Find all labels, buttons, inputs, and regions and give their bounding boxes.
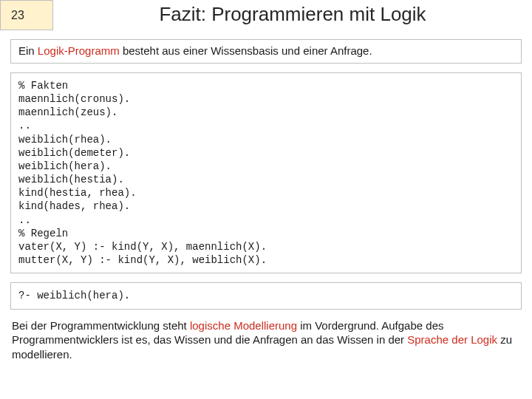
intro-pre: Ein: [18, 44, 38, 57]
intro-post: besteht aus einer Wissensbasis und einer…: [120, 44, 372, 57]
conclusion-paragraph: Bei der Programmentwicklung steht logisc…: [10, 318, 522, 362]
query-box: ?- weiblich(hera).: [10, 282, 522, 309]
intro-highlight: Logik-Programm: [38, 44, 120, 57]
code-box: % Fakten maennlich(cronus). maennlich(ze…: [10, 72, 522, 274]
para-text-1: Bei der Programmentwicklung steht: [12, 319, 190, 332]
slide: 23 Fazit: Programmieren mit Logik Ein Lo…: [0, 0, 532, 399]
page-number: 23: [11, 9, 24, 22]
intro-box: Ein Logik-Programm besteht aus einer Wis…: [10, 39, 522, 64]
slide-title: Fazit: Programmieren mit Logik: [53, 0, 532, 30]
para-highlight-2: Sprache der Logik: [407, 333, 497, 346]
para-highlight-1: logische Modellierung: [190, 319, 297, 332]
page-number-box: 23: [0, 0, 53, 30]
header-row: 23 Fazit: Programmieren mit Logik: [0, 0, 532, 30]
